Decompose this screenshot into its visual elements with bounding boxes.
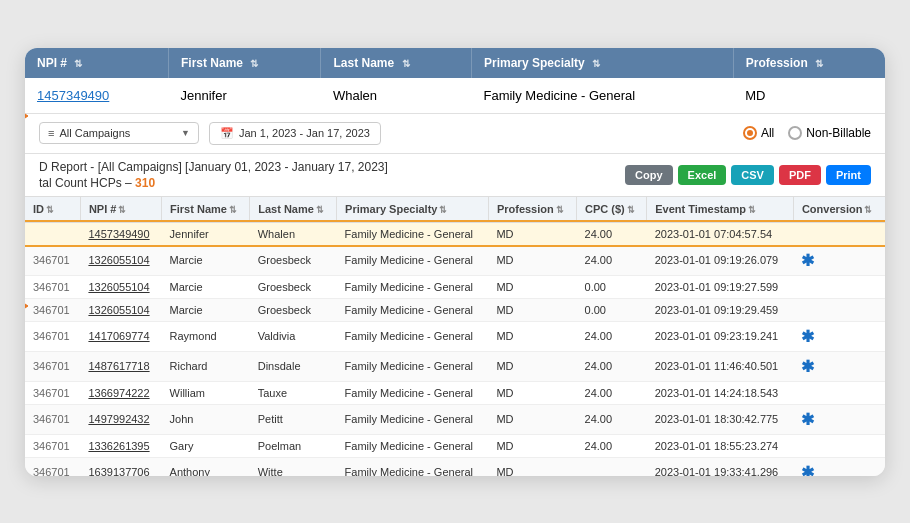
th-firstname: First Name⇅ — [162, 196, 250, 222]
cell-npi[interactable]: 1336261395 — [80, 434, 161, 457]
cell-profession: MD — [488, 404, 576, 434]
sort-fn-icon[interactable]: ⇅ — [229, 205, 237, 215]
lookup-profession-cell: MD — [733, 78, 885, 114]
cell-firstname: Marcie — [162, 275, 250, 298]
table-row: 3467011417069774RaymondValdiviaFamily Me… — [25, 321, 885, 351]
cell-firstname: Gary — [162, 434, 250, 457]
cell-id: 346701 — [25, 351, 80, 381]
cell-id: 346701 — [25, 404, 80, 434]
cell-conversion — [793, 381, 885, 404]
cell-npi[interactable]: 1326055104 — [80, 275, 161, 298]
npi-lookup-row: 1457349490 Jennifer Whalen Family Medici… — [25, 78, 885, 114]
cell-id: 346701 — [25, 381, 80, 404]
cell-lastname: Dinsdale — [250, 351, 337, 381]
sort-lastname-icon[interactable]: ⇅ — [402, 58, 410, 69]
sort-ts-icon[interactable]: ⇅ — [748, 205, 756, 215]
data-table-wrapper: ID⇅ NPI #⇅ First Name⇅ Last Name⇅ Primar… — [25, 196, 885, 476]
lookup-npi-cell[interactable]: 1457349490 — [25, 78, 168, 114]
sort-npi2-icon[interactable]: ⇅ — [118, 205, 126, 215]
radio-all-dot — [743, 126, 757, 140]
cell-conversion — [793, 434, 885, 457]
table-row: 3467011326055104MarcieGroesbeckFamily Me… — [25, 298, 885, 321]
cell-npi[interactable]: 1639137706 — [80, 457, 161, 476]
date-range-filter[interactable]: 📅 Jan 1, 2023 - Jan 17, 2023 — [209, 122, 381, 145]
cell-cpc: 24.00 — [577, 245, 647, 275]
cell-npi[interactable]: 1326055104 — [80, 245, 161, 275]
cell-timestamp: 2023-01-01 09:19:26.079 — [647, 245, 794, 275]
conversion-star: ✱ — [801, 328, 814, 345]
cell-profession: MD — [488, 298, 576, 321]
copy-button[interactable]: Copy — [625, 165, 673, 185]
sort-spec-icon[interactable]: ⇅ — [439, 205, 447, 215]
sort-profession-icon[interactable]: ⇅ — [815, 58, 823, 69]
cell-timestamp: 2023-01-01 09:19:27.599 — [647, 275, 794, 298]
data-table: ID⇅ NPI #⇅ First Name⇅ Last Name⇅ Primar… — [25, 196, 885, 476]
cell-firstname: Richard — [162, 351, 250, 381]
cell-npi[interactable]: 1417069774 — [80, 321, 161, 351]
cell-npi[interactable]: 1457349490 — [80, 222, 161, 246]
cell-cpc: 24.00 — [577, 321, 647, 351]
sort-ln-icon[interactable]: ⇅ — [316, 205, 324, 215]
th-specialty: Primary Specialty⇅ — [337, 196, 489, 222]
radio-all[interactable]: All — [743, 126, 774, 140]
cell-lastname: Groesbeck — [250, 298, 337, 321]
table-row: 3467011487617718RichardDinsdaleFamily Me… — [25, 351, 885, 381]
cell-id — [25, 222, 80, 246]
th-npi: NPI #⇅ — [80, 196, 161, 222]
sort-cpc-icon[interactable]: ⇅ — [627, 205, 635, 215]
cell-lastname: Groesbeck — [250, 275, 337, 298]
npi-lookup-table: NPI # ⇅ First Name ⇅ Last Name ⇅ Primary… — [25, 48, 885, 114]
print-button[interactable]: Print — [826, 165, 871, 185]
cell-id: 346701 — [25, 245, 80, 275]
cell-timestamp: 2023-01-01 11:46:40.501 — [647, 351, 794, 381]
report-title: D Report - [All Campaigns] [January 01, … — [39, 160, 625, 174]
excel-button[interactable]: Excel — [678, 165, 727, 185]
cell-cpc — [577, 457, 647, 476]
cell-cpc: 24.00 — [577, 222, 647, 246]
sort-npi-icon[interactable]: ⇅ — [74, 58, 82, 69]
campaign-filter[interactable]: ≡ All Campaigns ▼ — [39, 122, 199, 144]
cell-lastname: Tauxe — [250, 381, 337, 404]
sort-conv-icon[interactable]: ⇅ — [864, 205, 872, 215]
cell-conversion: ✱ — [793, 321, 885, 351]
billable-radio-group: All Non-Billable — [743, 126, 871, 140]
th-profession: Profession⇅ — [488, 196, 576, 222]
cell-timestamp: 2023-01-01 14:24:18.543 — [647, 381, 794, 404]
pdf-button[interactable]: PDF — [779, 165, 821, 185]
cell-conversion: ✱ — [793, 245, 885, 275]
cell-specialty: Family Medicine - General — [337, 381, 489, 404]
campaign-dropdown-icon: ▼ — [181, 128, 190, 138]
th-conversion: Conversion⇅ — [793, 196, 885, 222]
sort-id-icon[interactable]: ⇅ — [46, 205, 54, 215]
cell-specialty: Family Medicine - General — [337, 275, 489, 298]
cell-lastname: Poelman — [250, 434, 337, 457]
lookup-firstname-cell: Jennifer — [168, 78, 321, 114]
cell-npi[interactable]: 1326055104 — [80, 298, 161, 321]
cell-specialty: Family Medicine - General — [337, 404, 489, 434]
cell-specialty: Family Medicine - General — [337, 351, 489, 381]
lookup-lastname-cell: Whalen — [321, 78, 472, 114]
cell-profession: MD — [488, 434, 576, 457]
cell-profession: MD — [488, 457, 576, 476]
conversion-star: ✱ — [801, 464, 814, 476]
csv-button[interactable]: CSV — [731, 165, 774, 185]
cell-npi[interactable]: 1366974222 — [80, 381, 161, 404]
cell-profession: MD — [488, 351, 576, 381]
radio-non-billable[interactable]: Non-Billable — [788, 126, 871, 140]
sort-firstname-icon[interactable]: ⇅ — [250, 58, 258, 69]
col-profession: Profession ⇅ — [733, 48, 885, 78]
table-row: 3467011336261395GaryPoelmanFamily Medici… — [25, 434, 885, 457]
cell-timestamp: 2023-01-01 18:30:42.775 — [647, 404, 794, 434]
cell-cpc: 0.00 — [577, 298, 647, 321]
sort-prof-icon[interactable]: ⇅ — [556, 205, 564, 215]
cell-npi[interactable]: 1497992432 — [80, 404, 161, 434]
calendar-icon: 📅 — [220, 127, 234, 140]
cell-firstname: Anthony — [162, 457, 250, 476]
cell-npi[interactable]: 1487617718 — [80, 351, 161, 381]
cell-profession: MD — [488, 245, 576, 275]
cell-timestamp: 2023-01-01 09:23:19.241 — [647, 321, 794, 351]
table-row: 3467011326055104MarcieGroesbeckFamily Me… — [25, 275, 885, 298]
sort-specialty-icon[interactable]: ⇅ — [592, 58, 600, 69]
cell-conversion: ✱ — [793, 457, 885, 476]
conversion-star: ✱ — [801, 252, 814, 269]
